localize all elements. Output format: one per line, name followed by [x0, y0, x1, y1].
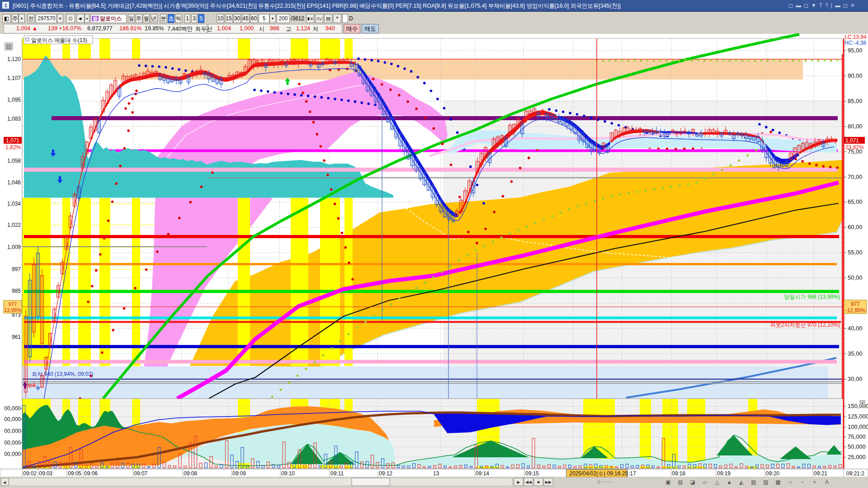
svg-text:09:02: 09:02 [23, 470, 37, 477]
svg-text:00,000: 00,000 [4, 440, 21, 446]
svg-text:▲: ▲ [726, 479, 732, 485]
svg-text:−: − [801, 479, 804, 485]
svg-text:12,95%: 12,95% [4, 307, 21, 313]
svg-text:·|·········: ·|········· [597, 479, 613, 484]
svg-text:23,82%: 23,82% [845, 144, 864, 150]
svg-text:1,071: 1,071 [845, 137, 859, 144]
svg-text:▶: ▶ [517, 480, 520, 484]
svg-text::17: :17 [628, 470, 636, 477]
svg-text:▧: ▧ [763, 479, 768, 485]
svg-text:00,000: 00,000 [4, 451, 21, 457]
svg-text:30,00: 30,00 [848, 375, 863, 382]
svg-text:■: ■ [537, 480, 539, 484]
svg-text:55,00: 55,00 [848, 249, 863, 256]
svg-text:▤: ▤ [678, 479, 683, 485]
svg-text:985: 985 [12, 288, 21, 294]
svg-text:알로이스 매물대 수(13): 알로이스 매물대 수(13) [31, 37, 87, 43]
svg-text:09:18: 09:18 [672, 470, 685, 477]
svg-text:90,00: 90,00 [848, 72, 863, 79]
svg-text:70,00: 70,00 [848, 174, 863, 180]
svg-text:09:15: 09:15 [525, 470, 539, 477]
svg-text:1,120: 1,120 [7, 56, 21, 62]
svg-text:1,107: 1,107 [7, 75, 21, 81]
svg-text:◄: ◄ [2, 480, 7, 485]
svg-text:○: ○ [788, 479, 792, 485]
svg-text:◭: ◭ [739, 479, 744, 485]
svg-text:◪: ◪ [690, 479, 695, 485]
svg-text:50,00: 50,00 [848, 274, 863, 281]
svg-text:100,000: 100,000 [848, 423, 868, 430]
svg-text:09:19: 09:19 [717, 470, 731, 477]
svg-text:961: 961 [12, 334, 21, 340]
svg-text:95,00: 95,00 [848, 47, 863, 54]
svg-text:△: △ [715, 479, 719, 485]
svg-text:1,022: 1,022 [7, 222, 21, 228]
svg-text:1,083: 1,083 [7, 116, 21, 122]
svg-text:977: 977 [851, 301, 860, 307]
svg-text:피봇2차저항선 970 (12,10%): 피봇2차저항선 970 (12,10%) [770, 322, 840, 328]
svg-text:09:10: 09:10 [281, 470, 295, 477]
svg-text:997: 997 [12, 266, 21, 272]
svg-text:x: x [861, 401, 863, 405]
svg-text:09:08: 09:08 [184, 470, 197, 477]
svg-text:09:14: 09:14 [476, 470, 489, 477]
svg-text:13: 13 [433, 470, 439, 477]
svg-text:1,071: 1,071 [6, 137, 19, 144]
svg-text:35,00: 35,00 [848, 350, 863, 357]
svg-text:1,058: 1,058 [7, 158, 21, 164]
svg-text:09:21:2: 09:21:2 [846, 470, 864, 477]
svg-text:1,034: 1,034 [7, 201, 21, 207]
svg-text:09:11: 09:11 [330, 470, 344, 477]
svg-text:당일시가 986 (13,99%): 당일시가 986 (13,99%) [784, 294, 840, 300]
svg-text:09:03: 09:03 [39, 470, 52, 477]
svg-text:00,000: 00,000 [4, 405, 21, 412]
svg-text:09:07: 09:07 [134, 470, 147, 477]
svg-text:65,00: 65,00 [848, 198, 863, 205]
svg-text:▨: ▨ [751, 479, 756, 485]
svg-text:09:20: 09:20 [766, 470, 779, 477]
svg-text:LC:13,94: LC:13,94 [844, 34, 867, 40]
svg-text:50,000: 50,000 [848, 443, 866, 450]
svg-text:60,00: 60,00 [848, 224, 863, 230]
svg-text:125,000: 125,000 [848, 413, 868, 420]
svg-text:◀◀: ◀◀ [525, 480, 532, 484]
svg-text:+: + [813, 479, 816, 485]
svg-text:1,046: 1,046 [7, 179, 21, 186]
svg-text:▣: ▣ [665, 479, 670, 485]
svg-text:최고 1,120 (-4,38%↓09:11): 최고 1,120 (-4,38%↓09:11) [255, 59, 319, 65]
svg-text:09:05: 09:05 [68, 470, 81, 477]
svg-text:75,000: 75,000 [848, 433, 866, 440]
svg-text:977: 977 [9, 301, 17, 307]
svg-text:▦: ▦ [775, 479, 780, 485]
svg-text:최저 940 (13,94%, 09:02): 최저 940 (13,94%, 09:02) [32, 371, 93, 377]
svg-text:25,000: 25,000 [848, 454, 866, 460]
svg-text:09:06: 09:06 [84, 470, 98, 477]
svg-text:09:21: 09:21 [814, 470, 827, 477]
svg-text:00,000: 00,000 [4, 416, 21, 422]
svg-text:09:12: 09:12 [379, 470, 392, 477]
svg-text:09:09: 09:09 [232, 470, 246, 477]
svg-text:HC:-4,38: HC:-4,38 [844, 40, 866, 46]
svg-text:A: A [825, 479, 829, 485]
svg-text:▱: ▱ [703, 479, 707, 485]
svg-text:1,009: 1,009 [7, 244, 21, 250]
svg-text:-12,95%: -12,95% [845, 307, 866, 314]
svg-text:80,00: 80,00 [848, 123, 863, 130]
svg-text:2025/04/02(수) 09:16:25: 2025/04/02(수) 09:16:25 [569, 470, 628, 477]
svg-text:40,00: 40,00 [848, 325, 863, 332]
svg-text:1,095: 1,095 [7, 97, 21, 103]
svg-text:85,00: 85,00 [848, 98, 863, 104]
svg-text:00,000: 00,000 [4, 428, 21, 434]
svg-text:▶▶: ▶▶ [545, 480, 552, 484]
svg-text:1,82%: 1,82% [5, 144, 21, 150]
